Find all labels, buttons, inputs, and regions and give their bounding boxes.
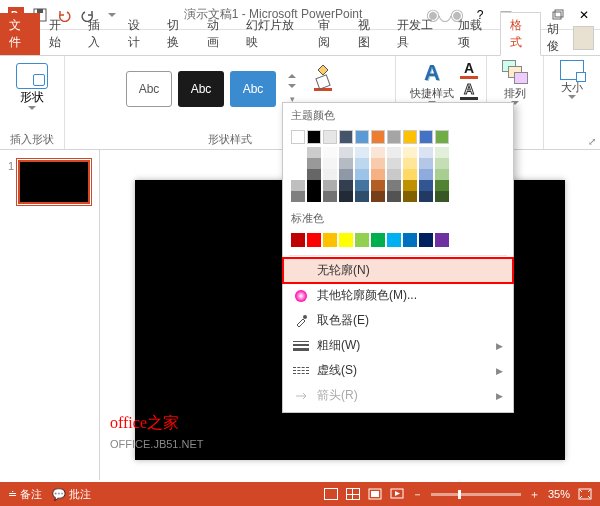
color-swatch[interactable] xyxy=(371,130,385,144)
color-swatch[interactable] xyxy=(403,169,417,180)
arrange-button[interactable]: 排列 xyxy=(495,60,535,105)
style-sample-2[interactable]: Abc xyxy=(178,71,224,107)
menu-weight[interactable]: 粗细(W) ▶ xyxy=(283,333,513,358)
fit-window-icon[interactable] xyxy=(578,488,592,500)
color-swatch[interactable] xyxy=(387,158,401,169)
color-swatch[interactable] xyxy=(435,180,449,191)
tab-insert[interactable]: 插入 xyxy=(79,13,119,55)
color-swatch[interactable] xyxy=(307,233,321,247)
color-swatch[interactable] xyxy=(355,169,369,180)
color-swatch[interactable] xyxy=(339,130,353,144)
color-swatch[interactable] xyxy=(339,233,353,247)
color-swatch[interactable] xyxy=(291,169,305,180)
user-account[interactable]: 胡俊 xyxy=(541,21,600,55)
color-swatch[interactable] xyxy=(339,147,353,158)
view-slideshow-icon[interactable] xyxy=(390,488,404,500)
color-swatch[interactable] xyxy=(355,233,369,247)
tab-transitions[interactable]: 切换 xyxy=(158,13,198,55)
tab-addins[interactable]: 加载项 xyxy=(449,13,499,55)
zoom-in-button[interactable]: ＋ xyxy=(529,487,540,502)
shape-outline-button[interactable] xyxy=(312,80,334,98)
color-swatch[interactable] xyxy=(419,130,433,144)
color-swatch[interactable] xyxy=(339,191,353,202)
color-swatch[interactable] xyxy=(435,147,449,158)
zoom-out-button[interactable]: － xyxy=(412,487,423,502)
color-swatch[interactable] xyxy=(403,180,417,191)
collapse-ribbon-icon[interactable]: ⤢ xyxy=(588,136,596,147)
menu-dashes[interactable]: 虚线(S) ▶ xyxy=(283,358,513,383)
color-swatch[interactable] xyxy=(387,180,401,191)
color-swatch[interactable] xyxy=(307,169,321,180)
color-swatch[interactable] xyxy=(403,191,417,202)
color-swatch[interactable] xyxy=(323,147,337,158)
tab-format[interactable]: 格式 xyxy=(500,12,542,56)
color-swatch[interactable] xyxy=(291,147,305,158)
color-swatch[interactable] xyxy=(355,147,369,158)
color-swatch[interactable] xyxy=(435,233,449,247)
color-swatch[interactable] xyxy=(435,191,449,202)
menu-eyedropper[interactable]: 取色器(E) xyxy=(283,308,513,333)
color-swatch[interactable] xyxy=(307,191,321,202)
color-swatch[interactable] xyxy=(355,130,369,144)
color-swatch[interactable] xyxy=(403,233,417,247)
color-swatch[interactable] xyxy=(323,180,337,191)
color-swatch[interactable] xyxy=(307,147,321,158)
color-swatch[interactable] xyxy=(355,191,369,202)
color-swatch[interactable] xyxy=(339,158,353,169)
text-outline-button[interactable]: A xyxy=(460,81,478,100)
color-swatch[interactable] xyxy=(419,191,433,202)
color-swatch[interactable] xyxy=(355,158,369,169)
comments-button[interactable]: 💬 批注 xyxy=(52,487,91,502)
color-swatch[interactable] xyxy=(339,180,353,191)
color-swatch[interactable] xyxy=(419,180,433,191)
color-swatch[interactable] xyxy=(307,158,321,169)
color-swatch[interactable] xyxy=(387,191,401,202)
tab-home[interactable]: 开始 xyxy=(40,13,80,55)
shapes-button[interactable]: 形状 xyxy=(8,60,56,112)
color-swatch[interactable] xyxy=(323,130,337,144)
color-swatch[interactable] xyxy=(419,147,433,158)
view-reading-icon[interactable] xyxy=(368,488,382,500)
tab-developer[interactable]: 开发工具 xyxy=(388,13,449,55)
tab-review[interactable]: 审阅 xyxy=(309,13,349,55)
wordart-button[interactable]: A 快捷样式 xyxy=(410,60,454,105)
menu-no-outline[interactable]: 无轮廓(N) xyxy=(283,258,513,283)
color-swatch[interactable] xyxy=(355,180,369,191)
style-sample-1[interactable]: Abc xyxy=(126,71,172,107)
color-swatch[interactable] xyxy=(307,180,321,191)
color-swatch[interactable] xyxy=(371,158,385,169)
color-swatch[interactable] xyxy=(403,158,417,169)
color-swatch[interactable] xyxy=(323,191,337,202)
color-swatch[interactable] xyxy=(371,233,385,247)
tab-design[interactable]: 设计 xyxy=(119,13,159,55)
color-swatch[interactable] xyxy=(387,130,401,144)
color-swatch[interactable] xyxy=(435,158,449,169)
color-swatch[interactable] xyxy=(403,147,417,158)
tab-file[interactable]: 文件 xyxy=(0,13,40,55)
color-swatch[interactable] xyxy=(371,169,385,180)
color-swatch[interactable] xyxy=(323,158,337,169)
color-swatch[interactable] xyxy=(291,158,305,169)
color-swatch[interactable] xyxy=(307,130,321,144)
tab-animations[interactable]: 动画 xyxy=(198,13,238,55)
color-swatch[interactable] xyxy=(371,147,385,158)
color-swatch[interactable] xyxy=(371,191,385,202)
color-swatch[interactable] xyxy=(403,130,417,144)
color-swatch[interactable] xyxy=(339,169,353,180)
color-swatch[interactable] xyxy=(291,180,305,191)
zoom-value[interactable]: 35% xyxy=(548,488,570,500)
color-swatch[interactable] xyxy=(387,147,401,158)
view-sorter-icon[interactable] xyxy=(346,488,360,500)
tab-view[interactable]: 视图 xyxy=(349,13,389,55)
color-swatch[interactable] xyxy=(387,233,401,247)
notes-button[interactable]: ≐ 备注 xyxy=(8,487,42,502)
color-swatch[interactable] xyxy=(291,191,305,202)
view-normal-icon[interactable] xyxy=(324,488,338,500)
menu-more-colors[interactable]: 其他轮廓颜色(M)... xyxy=(283,283,513,308)
color-swatch[interactable] xyxy=(419,158,433,169)
color-swatch[interactable] xyxy=(419,233,433,247)
color-swatch[interactable] xyxy=(291,130,305,144)
color-swatch[interactable] xyxy=(291,233,305,247)
color-swatch[interactable] xyxy=(435,169,449,180)
tab-slideshow[interactable]: 幻灯片放映 xyxy=(237,13,309,55)
